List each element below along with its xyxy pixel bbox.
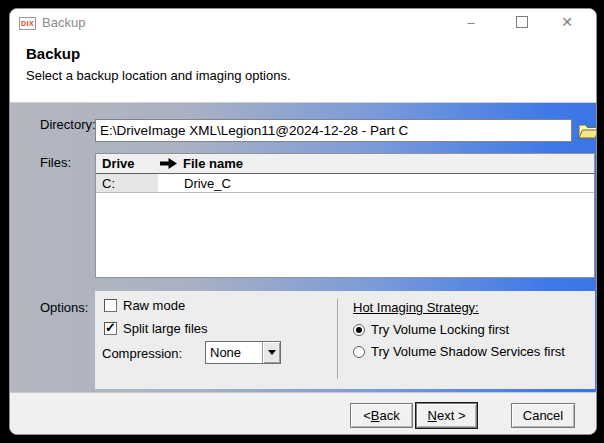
back-button-prefix: < (363, 408, 371, 423)
column-header-drive[interactable]: Drive (96, 156, 158, 171)
back-button[interactable]: < Back (350, 403, 413, 428)
back-button-accesskey: B (371, 408, 380, 423)
app-icon: DIX (19, 17, 36, 30)
split-large-files-label: Split large files (123, 321, 208, 336)
backup-wizard-window: DIX Backup – ✕ Backup Select a backup lo… (9, 8, 597, 435)
compression-label: Compression: (102, 346, 182, 361)
compression-value: None (206, 345, 262, 360)
checkbox-unchecked-icon[interactable] (104, 299, 117, 312)
raw-mode-label: Raw mode (123, 298, 185, 313)
directory-input[interactable] (95, 119, 572, 142)
maximize-icon (516, 16, 528, 28)
raw-mode-checkbox[interactable]: Raw mode (104, 298, 185, 313)
radio-volume-locking-label: Try Volume Locking first (371, 322, 509, 337)
cancel-button[interactable]: Cancel (511, 403, 575, 428)
hot-imaging-heading: Hot Imaging Strategy: (353, 300, 479, 315)
titlebar: DIX Backup – ✕ (10, 9, 596, 35)
folder-icon (578, 122, 598, 139)
files-list-header: Drive File name (96, 154, 594, 174)
options-divider (337, 299, 338, 379)
close-button[interactable]: ✕ (552, 9, 582, 35)
button-bar: < Back Next > Cancel (10, 392, 596, 434)
next-button-rest: ext > (437, 408, 466, 423)
next-button[interactable]: Next > (416, 403, 477, 428)
back-button-rest: ack (380, 408, 400, 423)
column-header-filename-label: File name (183, 156, 243, 171)
radio-volume-shadow[interactable]: Try Volume Shadow Services first (353, 344, 565, 359)
files-label: Files: (40, 155, 71, 170)
chevron-down-icon (268, 350, 276, 355)
files-list[interactable]: Drive File name C: Drive_C (95, 153, 595, 278)
page-title: Backup (26, 45, 596, 62)
radio-volume-locking[interactable]: Try Volume Locking first (353, 322, 509, 337)
main-panel: Directory: Files: Drive (10, 103, 596, 392)
wizard-header: Backup Select a backup location and imag… (10, 35, 596, 103)
file-row[interactable]: C: Drive_C (96, 174, 594, 193)
file-row-filename: Drive_C (158, 176, 231, 191)
maximize-button[interactable] (507, 9, 537, 35)
split-large-files-checkbox[interactable]: Split large files (104, 321, 208, 336)
right-arrow-icon (160, 158, 177, 169)
browse-folder-button[interactable] (576, 117, 597, 143)
radio-volume-shadow-label: Try Volume Shadow Services first (371, 344, 565, 359)
column-header-filename[interactable]: File name (158, 156, 243, 171)
page-subtitle: Select a backup location and imaging opt… (26, 68, 596, 83)
next-button-accesskey: N (428, 408, 437, 423)
minimize-button[interactable]: – (456, 9, 486, 35)
directory-label: Directory: (40, 117, 96, 132)
checkbox-checked-icon[interactable] (104, 322, 117, 335)
file-row-drive: C: (96, 174, 158, 192)
radio-selected-icon[interactable] (353, 324, 365, 336)
window-title: Backup (42, 15, 85, 30)
dropdown-button[interactable] (262, 342, 280, 363)
radio-unselected-icon[interactable] (353, 346, 365, 358)
options-panel: Raw mode Split large files Compression: … (95, 291, 595, 389)
compression-dropdown[interactable]: None (205, 341, 281, 364)
options-label: Options: (40, 300, 88, 315)
